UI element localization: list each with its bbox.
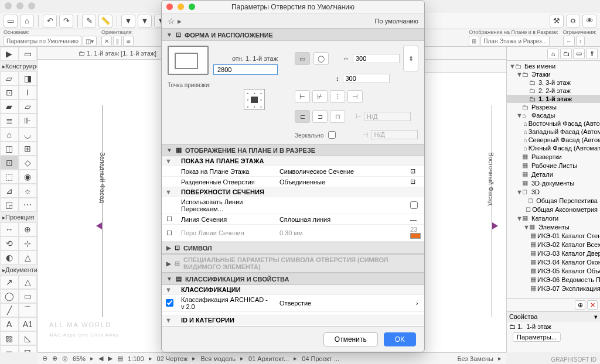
tree-node[interactable]: 🗀3. 3-й этаж xyxy=(507,78,600,87)
renovation-status[interactable]: Без Замены xyxy=(457,355,493,362)
tree-node[interactable]: ⌂Западный Фасад (Автоматиче xyxy=(507,128,600,136)
dim-tool[interactable]: ↔ xyxy=(0,222,19,236)
tree-node[interactable]: ◻Общая Перспектива xyxy=(507,196,600,205)
tree-node[interactable]: 🗀Разрезы xyxy=(507,103,600,111)
tree-node[interactable]: ▦ИКЭ-04 Каталог Окон xyxy=(507,257,600,266)
ext-btn-1[interactable]: ⊏ xyxy=(295,110,310,123)
morph-tool[interactable]: ◇ xyxy=(19,156,38,170)
shape-circle-button[interactable]: ◯ xyxy=(313,52,329,65)
crumb-3[interactable]: 01 Архитект... xyxy=(248,355,289,362)
tree-node[interactable]: ▦ИКЭ-06 Ведомость Проемо xyxy=(507,275,600,284)
tool-measure[interactable]: 📏 xyxy=(98,15,112,28)
height2-input[interactable] xyxy=(343,74,390,83)
dialog-titlebar[interactable]: Параметры Отверстия по Умолчанию xyxy=(162,1,424,13)
sub-classifications[interactable]: КЛАССИФИКАЦИИ xyxy=(178,285,424,295)
nav-layout-icon[interactable]: ▭ xyxy=(573,49,585,59)
default-params-selector[interactable]: Параметры по Умолчанию xyxy=(4,36,81,46)
tree-node[interactable]: 🗀2. 2-й этаж xyxy=(507,87,600,95)
constraints-btn-1[interactable]: ↔ xyxy=(563,36,575,46)
ext-btn-3[interactable]: ⊓ xyxy=(330,110,345,123)
floor-plan-display-value[interactable]: Символическое Сечение xyxy=(276,166,407,177)
tree-node[interactable]: ▼▦Элементы xyxy=(507,222,600,231)
curtain-wall-tool[interactable]: ⊞ xyxy=(19,142,38,156)
tree-node[interactable]: 🗀1. 1-й этаж xyxy=(507,95,600,103)
zoom-fit-icon[interactable]: ◎ xyxy=(62,355,68,362)
window-tool[interactable]: ⊡ xyxy=(0,85,19,99)
nav-view-map-icon[interactable]: 🗀 xyxy=(560,49,572,59)
marquee-tool[interactable]: ▭ xyxy=(19,47,38,61)
figure-tool[interactable]: ⊡ xyxy=(19,345,38,352)
archicad-class-checkbox[interactable] xyxy=(166,299,173,307)
layer-selector[interactable]: ◫▾ xyxy=(83,36,97,46)
section-tool[interactable]: ◐ xyxy=(0,250,19,265)
tool-open[interactable]: ⌂ xyxy=(20,15,34,28)
tool-redo[interactable]: ↷ xyxy=(59,15,73,28)
line-tool[interactable]: ╱ xyxy=(0,303,19,317)
door-tool[interactable]: ◨ xyxy=(19,71,38,85)
railing-tool[interactable]: ⊪ xyxy=(19,114,38,128)
detail-tool[interactable]: ◯ xyxy=(0,289,19,303)
tree-node[interactable]: ▦Развертки xyxy=(507,152,600,161)
crumb-4[interactable]: 04 Проект ... xyxy=(302,355,339,362)
crumb-2[interactable]: Вся модель xyxy=(200,355,236,362)
tree-node[interactable]: ◻Общая Аксонометрия xyxy=(507,205,600,214)
toolbox-header-projection[interactable]: ▸ Проекция xyxy=(0,212,37,222)
tree-node[interactable]: ▼⌂Фасады xyxy=(507,111,600,119)
limit-btn-3[interactable]: ⋮ xyxy=(330,90,345,103)
tree-node[interactable]: ⌂Северный Фасад (Автоматиче xyxy=(507,136,600,144)
polyline-tool[interactable]: ◺ xyxy=(19,331,38,345)
zoom-in-icon[interactable]: ⊕ xyxy=(52,355,57,362)
tool-dropdown-2[interactable]: ▼ xyxy=(138,15,152,28)
tool-teamwork[interactable]: ⛭ xyxy=(566,15,580,28)
tree-node[interactable]: ▦Рабочие Листы xyxy=(507,161,600,170)
tool-new[interactable]: ▭ xyxy=(4,15,18,28)
tool-renovation[interactable]: ⚒ xyxy=(550,15,564,28)
tool-view[interactable]: 👁 xyxy=(582,15,596,28)
tree-node[interactable]: ▦3D-документы xyxy=(507,178,600,187)
tool-undo[interactable]: ↶ xyxy=(43,15,57,28)
limit-btn-2[interactable]: ⊬ xyxy=(312,90,328,103)
slab-tool[interactable]: ▱ xyxy=(19,99,38,114)
elev-tool[interactable]: △ xyxy=(19,250,38,265)
dialog-minimize-icon[interactable] xyxy=(178,4,184,10)
sub-id-categories[interactable]: ID И КАТЕГОРИИ xyxy=(178,315,424,325)
link-dims-button[interactable]: ⇕ xyxy=(403,46,418,71)
nav-publisher-icon[interactable]: ⇪ xyxy=(586,49,598,59)
plan-display-selector[interactable]: План Этажа и Разрез... xyxy=(480,36,550,46)
tree-node[interactable]: ▦ИКЭ-01 Каталог Стен xyxy=(507,231,600,240)
cancel-button[interactable]: Отменить xyxy=(323,332,378,346)
brand-label[interactable]: GRAPHISOFT ID xyxy=(551,356,596,363)
nav-new-icon[interactable]: ⊕ xyxy=(575,300,585,310)
lamp-tool[interactable]: ☼ xyxy=(19,184,38,198)
arrow-tool[interactable]: ▶ xyxy=(0,47,19,61)
sub-cut-surfaces[interactable]: ПОВЕРХНОСТИ СЕЧЕНИЯ xyxy=(178,187,424,197)
tool-pick[interactable]: ✎ xyxy=(82,15,96,28)
zoom-icon[interactable] xyxy=(28,2,35,9)
favorite-icon[interactable]: ☆ ▸ xyxy=(168,16,182,26)
tree-node[interactable]: ⌂Восточный Фасад (Автоматиче xyxy=(507,119,600,128)
object-tool[interactable]: ⬚ xyxy=(0,170,19,184)
ext-btn-2[interactable]: ⊐ xyxy=(312,110,328,123)
section-shape-position[interactable]: ▼ ⊡ ФОРМА И РАСПОЛОЖЕНИЕ xyxy=(162,29,424,41)
nav-next-icon[interactable]: ▶ xyxy=(108,355,112,362)
tree-node[interactable]: ▦ИКЭ-05 Каталог Объектов xyxy=(507,266,600,275)
minimize-icon[interactable] xyxy=(16,2,23,9)
more-tool[interactable]: ⋯ xyxy=(19,198,38,212)
close-icon[interactable] xyxy=(5,2,12,9)
text-tool[interactable]: A xyxy=(0,317,19,331)
section-plan-section[interactable]: ▼ ▦ ОТОБРАЖЕНИЕ НА ПЛАНЕ И В РАЗРЕЗЕ xyxy=(162,144,424,156)
props-params-button[interactable]: Параметры... xyxy=(513,332,561,342)
width-input[interactable] xyxy=(353,54,400,63)
roof-tool[interactable]: ⌂ xyxy=(0,128,19,142)
cut-pen-value[interactable]: 0.30 мм xyxy=(279,229,303,236)
worksheet-tool[interactable]: ▭ xyxy=(19,289,38,303)
crumb-1[interactable]: 02 Чертеж xyxy=(157,355,188,362)
navigator-tree[interactable]: ▼🗀Без имени▼🗀Этажи🗀3. 3-й этаж🗀2. 2-й эт… xyxy=(507,61,600,298)
level-tool[interactable]: ⊕ xyxy=(19,222,38,236)
section-classification[interactable]: ▼ ▤ КЛАССИФИКАЦИЯ И СВОЙСТВА xyxy=(162,273,424,285)
archicad-class-value[interactable]: Отверстие xyxy=(276,295,412,312)
plan-display-btn[interactable]: ⊞ xyxy=(469,36,479,46)
beam-tool[interactable]: ▰ xyxy=(0,99,19,114)
nav-prev-icon[interactable]: ◀ xyxy=(98,355,103,362)
ok-button[interactable]: OK xyxy=(384,332,416,346)
